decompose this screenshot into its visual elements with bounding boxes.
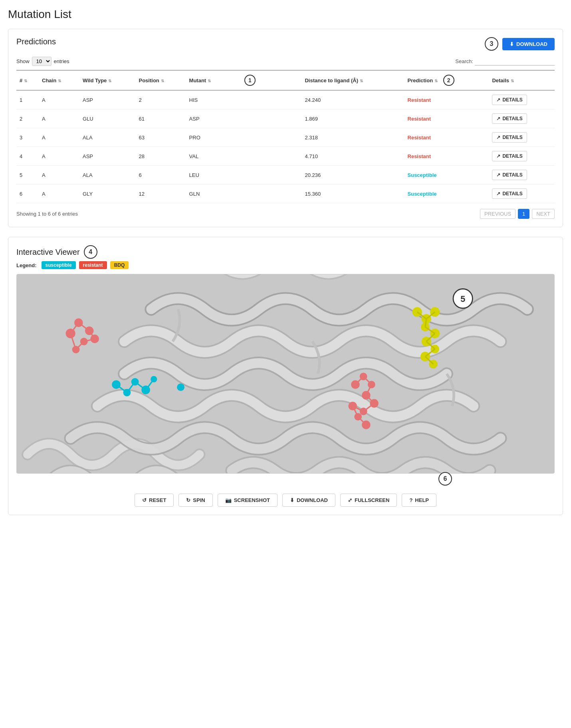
search-label: Search: bbox=[455, 58, 473, 64]
protein-viewer[interactable]: 5 bbox=[16, 274, 555, 474]
entries-label: entries bbox=[54, 58, 69, 64]
details-button[interactable]: ↗ DETAILS bbox=[492, 132, 527, 143]
download-label: DOWNLOAD bbox=[516, 41, 547, 47]
cell-distance: 4.710 bbox=[301, 147, 404, 166]
cell-prediction: Susceptible bbox=[404, 184, 489, 203]
annotation-6: 6 bbox=[438, 472, 452, 486]
details-label: DETAILS bbox=[502, 172, 522, 178]
cell-id: 1 bbox=[16, 90, 39, 109]
cell-chain: A bbox=[39, 90, 79, 109]
col-details: Details⇅ bbox=[489, 70, 555, 90]
spin-icon: ↻ bbox=[186, 497, 190, 503]
cell-details: ↗ DETAILS bbox=[489, 109, 555, 128]
annotation-2: 2 bbox=[443, 75, 454, 86]
cell-wildtype: ALA bbox=[79, 128, 135, 147]
external-link-icon: ↗ bbox=[496, 191, 500, 196]
details-label: DETAILS bbox=[502, 116, 522, 121]
viewer-buttons: 6 bbox=[16, 480, 555, 494]
viewer-card: Interactive Viewer 4 Legend: susceptible… bbox=[8, 237, 563, 515]
col-chain: Chain⇅ bbox=[39, 70, 79, 90]
cell-mutant: HIS bbox=[186, 90, 302, 109]
help-icon: ? bbox=[409, 497, 412, 503]
cell-wildtype: GLY bbox=[79, 184, 135, 203]
details-button[interactable]: ↗ DETAILS bbox=[492, 170, 527, 180]
cell-mutant: LEU bbox=[186, 166, 302, 184]
external-link-icon: ↗ bbox=[496, 172, 500, 178]
cell-id: 3 bbox=[16, 128, 39, 147]
details-label: DETAILS bbox=[502, 191, 522, 196]
cell-id: 5 bbox=[16, 166, 39, 184]
table-row: 5 A ALA 6 LEU 20.236 Susceptible ↗ DETAI… bbox=[16, 166, 555, 184]
show-entries: Show 10 25 50 entries bbox=[16, 57, 69, 66]
table-footer: Showing 1 to 6 of 6 entries PREVIOUS 1 N… bbox=[16, 209, 555, 219]
table-header-row: #⇅ Chain⇅ Wild Type⇅ Position⇅ Mutant⇅ 1… bbox=[16, 70, 555, 90]
cell-mutant: PRO bbox=[186, 128, 302, 147]
reset-button[interactable]: ↺ RESET bbox=[135, 494, 174, 507]
cell-wildtype: ASP bbox=[79, 147, 135, 166]
cell-position: 6 bbox=[135, 166, 186, 184]
cell-mutant: GLN bbox=[186, 184, 302, 203]
cell-id: 4 bbox=[16, 147, 39, 166]
protein-structure-svg: 5 bbox=[17, 274, 554, 473]
cell-details: ↗ DETAILS bbox=[489, 184, 555, 203]
help-label: HELP bbox=[415, 497, 429, 503]
cell-chain: A bbox=[39, 166, 79, 184]
cell-distance: 15.360 bbox=[301, 184, 404, 203]
col-mutant: Mutant⇅ 1 bbox=[186, 70, 302, 90]
col-position: Position⇅ bbox=[135, 70, 186, 90]
col-hash: #⇅ bbox=[16, 70, 39, 90]
col-wildtype: Wild Type⇅ bbox=[79, 70, 135, 90]
details-button[interactable]: ↗ DETAILS bbox=[492, 95, 527, 105]
viewer-controls: ↺ RESET ↻ SPIN 📷 SCREENSHOT ⬇ DOWNLOAD ⤢… bbox=[16, 494, 555, 507]
prev-button[interactable]: PREVIOUS bbox=[480, 209, 515, 219]
annotation-3: 3 bbox=[485, 37, 498, 51]
cell-distance: 1.869 bbox=[301, 109, 404, 128]
annotation-1: 1 bbox=[244, 75, 256, 86]
cell-chain: A bbox=[39, 109, 79, 128]
predictions-table: #⇅ Chain⇅ Wild Type⇅ Position⇅ Mutant⇅ 1… bbox=[16, 70, 555, 203]
table-row: 4 A ASP 28 VAL 4.710 Resistant ↗ DETAILS bbox=[16, 147, 555, 166]
cell-details: ↗ DETAILS bbox=[489, 128, 555, 147]
table-row: 6 A GLY 12 GLN 15.360 Susceptible ↗ DETA… bbox=[16, 184, 555, 203]
page-1-button[interactable]: 1 bbox=[518, 209, 529, 219]
table-row: 3 A ALA 63 PRO 2.318 Resistant ↗ DETAILS bbox=[16, 128, 555, 147]
legend-resistant: resistant bbox=[79, 261, 107, 269]
cell-wildtype: ASP bbox=[79, 90, 135, 109]
legend-bdq: BDQ bbox=[110, 261, 129, 269]
table-row: 1 A ASP 2 HIS 24.240 Resistant ↗ DETAILS bbox=[16, 90, 555, 109]
download-button[interactable]: ⬇ DOWNLOAD bbox=[502, 38, 555, 50]
cell-distance: 20.236 bbox=[301, 166, 404, 184]
pagination: PREVIOUS 1 NEXT bbox=[480, 209, 555, 219]
entries-select[interactable]: 10 25 50 bbox=[32, 57, 52, 66]
viewer-download-icon: ⬇ bbox=[290, 497, 294, 503]
cell-prediction: Susceptible bbox=[404, 166, 489, 184]
reset-label: RESET bbox=[149, 497, 166, 503]
fullscreen-icon: ⤢ bbox=[348, 497, 352, 503]
screenshot-label: SCREENSHOT bbox=[234, 497, 270, 503]
cell-id: 2 bbox=[16, 109, 39, 128]
cell-wildtype: GLU bbox=[79, 109, 135, 128]
viewer-download-button[interactable]: ⬇ DOWNLOAD bbox=[282, 494, 335, 507]
next-button[interactable]: NEXT bbox=[532, 209, 555, 219]
details-label: DETAILS bbox=[502, 135, 522, 140]
show-label: Show bbox=[16, 58, 30, 64]
table-row: 2 A GLU 61 ASP 1.869 Resistant ↗ DETAILS bbox=[16, 109, 555, 128]
spin-button[interactable]: ↻ SPIN bbox=[178, 494, 212, 507]
screenshot-button[interactable]: 📷 SCREENSHOT bbox=[218, 494, 278, 507]
col-distance: Distance to ligand (Å)⇅ bbox=[301, 70, 404, 90]
details-button[interactable]: ↗ DETAILS bbox=[492, 113, 527, 124]
fullscreen-button[interactable]: ⤢ FULLSCREEN bbox=[340, 494, 397, 507]
details-button[interactable]: ↗ DETAILS bbox=[492, 151, 527, 161]
details-label: DETAILS bbox=[502, 153, 522, 159]
help-button[interactable]: ? HELP bbox=[402, 494, 436, 507]
cell-position: 63 bbox=[135, 128, 186, 147]
cell-distance: 2.318 bbox=[301, 128, 404, 147]
details-button[interactable]: ↗ DETAILS bbox=[492, 188, 527, 199]
cell-details: ↗ DETAILS bbox=[489, 90, 555, 109]
showing-entries: Showing 1 to 6 of 6 entries bbox=[16, 211, 78, 217]
search-input[interactable] bbox=[475, 58, 555, 65]
viewer-download-label: DOWNLOAD bbox=[297, 497, 328, 503]
cell-prediction: Resistant bbox=[404, 147, 489, 166]
svg-point-11 bbox=[177, 383, 184, 391]
cell-position: 28 bbox=[135, 147, 186, 166]
